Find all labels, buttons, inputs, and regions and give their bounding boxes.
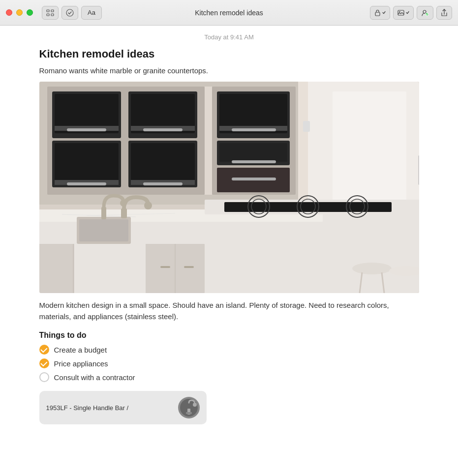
- checkbox-create-budget[interactable]: [39, 345, 49, 355]
- note-description: Modern kitchen design in a small space. …: [39, 300, 419, 322]
- product-card[interactable]: 1953LF - Single Handle Bar /: [39, 391, 207, 424]
- svg-rect-34: [232, 128, 276, 131]
- svg-rect-39: [232, 178, 276, 180]
- kitchen-image: [39, 82, 419, 293]
- svg-rect-20: [67, 182, 106, 185]
- note-area: Today at 9:41 AM Kitchen remodel ideas R…: [28, 26, 431, 436]
- svg-rect-28: [143, 182, 183, 185]
- maximize-button[interactable]: [27, 9, 33, 16]
- svg-point-69: [352, 263, 392, 274]
- checklist-button[interactable]: [61, 6, 78, 20]
- media-button[interactable]: [393, 6, 414, 20]
- svg-rect-68: [184, 266, 194, 268]
- svg-rect-16: [67, 128, 106, 131]
- close-button[interactable]: [6, 9, 12, 16]
- svg-rect-55: [224, 202, 392, 212]
- svg-rect-5: [375, 12, 380, 16]
- svg-rect-36: [219, 143, 287, 162]
- svg-rect-6: [398, 10, 404, 15]
- things-to-do-heading: Things to do: [39, 331, 419, 340]
- svg-rect-43: [303, 121, 310, 132]
- toolbar-buttons: Aa: [42, 6, 102, 20]
- svg-rect-3: [51, 14, 54, 16]
- window-title: Kitchen remodel ideas: [195, 9, 263, 17]
- svg-rect-1: [51, 10, 54, 12]
- svg-rect-73: [418, 155, 419, 185]
- svg-rect-18: [55, 143, 119, 182]
- checkbox-consult-contractor[interactable]: [39, 372, 49, 382]
- checklist: Create a budget Price appliances Consult…: [39, 345, 419, 382]
- traffic-lights: [6, 9, 33, 16]
- content-area: Today at 9:41 AM Kitchen remodel ideas R…: [0, 26, 458, 476]
- product-card-text: 1953LF - Single Handle Bar /: [46, 404, 129, 412]
- svg-point-4: [66, 9, 73, 16]
- lock-button[interactable]: [370, 6, 390, 20]
- svg-rect-53: [101, 207, 106, 219]
- product-card-content: 1953LF - Single Handle Bar /: [46, 403, 172, 412]
- font-button[interactable]: Aa: [81, 6, 102, 20]
- timestamp: Today at 9:41 AM: [39, 33, 419, 41]
- collab-button[interactable]: [417, 6, 433, 20]
- toolbar-right: [370, 6, 452, 20]
- list-item: Consult with a contractor: [39, 372, 419, 382]
- note-title: Kitchen remodel ideas: [39, 48, 419, 60]
- svg-point-75: [193, 403, 197, 407]
- svg-rect-2: [47, 14, 49, 16]
- svg-point-54: [120, 200, 127, 207]
- titlebar: Aa Kitchen remodel ideas: [0, 0, 458, 26]
- svg-rect-0: [47, 10, 49, 12]
- minimize-button[interactable]: [16, 9, 23, 16]
- svg-rect-24: [143, 128, 183, 131]
- svg-rect-67: [160, 266, 170, 268]
- svg-point-7: [399, 11, 400, 12]
- svg-rect-40: [298, 82, 308, 219]
- svg-point-8: [423, 10, 426, 13]
- svg-rect-26: [131, 143, 195, 182]
- svg-rect-77: [186, 412, 192, 414]
- list-item: Price appliances: [39, 358, 419, 368]
- grid-view-button[interactable]: [42, 6, 59, 20]
- list-item: Create a budget: [39, 345, 419, 355]
- svg-rect-37: [232, 160, 276, 163]
- share-button[interactable]: [436, 6, 452, 20]
- checkbox-price-appliances[interactable]: [39, 358, 49, 368]
- svg-rect-50: [79, 219, 128, 241]
- svg-rect-65: [146, 244, 175, 293]
- svg-rect-42: [333, 91, 406, 209]
- svg-point-52: [144, 202, 152, 209]
- note-subtitle: Romano wants white marble or granite cou…: [39, 66, 419, 75]
- svg-rect-62: [39, 244, 74, 293]
- svg-rect-29: [205, 87, 212, 195]
- product-card-image: [178, 397, 200, 418]
